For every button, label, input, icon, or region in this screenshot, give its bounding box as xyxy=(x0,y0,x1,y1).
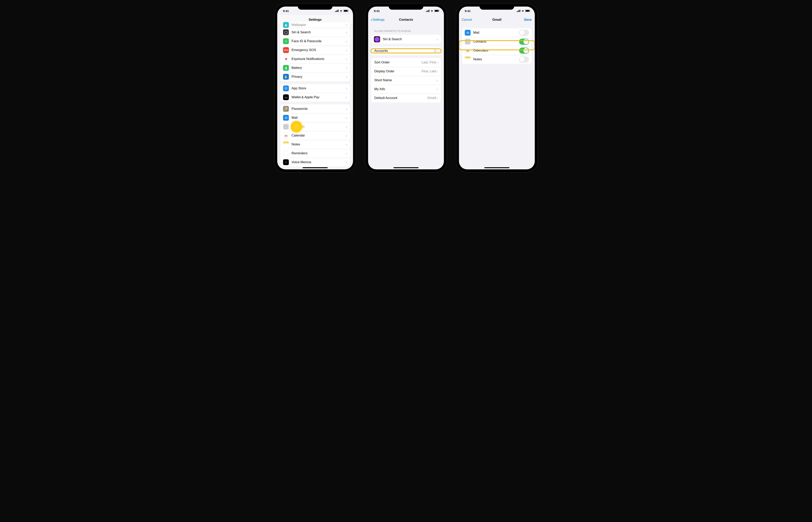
battery-icon xyxy=(525,9,530,13)
svg-rect-19 xyxy=(526,10,529,12)
notch xyxy=(389,4,423,10)
row-label: Short Name xyxy=(374,78,437,82)
notes-icon xyxy=(283,142,289,147)
row-calendars[interactable]: ▃▃▃▂▂▂ Calendars xyxy=(462,46,532,55)
row-value: 1 xyxy=(434,49,436,53)
nav-bar: ‹ Settings Contacts xyxy=(368,15,444,24)
row-appstore[interactable]: Ⓐ App Store › xyxy=(280,84,350,93)
wallet-icon: ▭ xyxy=(283,94,289,100)
voicememos-icon: ≡ xyxy=(283,159,289,165)
chevron-right-icon: › xyxy=(437,49,438,53)
row-label: Wallpaper xyxy=(291,23,346,27)
row-label: Contacts xyxy=(291,125,346,128)
chevron-right-icon: › xyxy=(346,66,347,70)
contacts-settings[interactable]: Allow Contacts to Access Siri & Search ›… xyxy=(368,24,444,169)
mail-icon: ✉ xyxy=(283,115,289,121)
row-exposure[interactable]: ✺ Exposure Notifications › xyxy=(280,55,350,63)
section-header: Allow Contacts to Access xyxy=(368,24,444,34)
toggle-mail[interactable] xyxy=(519,30,529,36)
svg-rect-9 xyxy=(428,10,428,12)
row-sort-order[interactable]: Sort Order Last, First › xyxy=(371,58,441,67)
toggle-calendars[interactable] xyxy=(519,47,529,54)
row-label: Mail xyxy=(291,116,346,120)
services-group: ✉ Mail ◯ Contacts ▃▃▃▂▂▂ Calendars xyxy=(462,28,532,64)
row-notes[interactable]: Notes xyxy=(462,55,532,64)
sos-icon: SOS xyxy=(283,47,289,53)
row-notes[interactable]: Notes › xyxy=(280,140,350,149)
wifi-icon xyxy=(340,9,343,13)
svg-rect-6 xyxy=(348,11,348,11)
row-sos[interactable]: SOS Emergency SOS › xyxy=(280,46,350,55)
row-reminders[interactable]: ⦿ Reminders › xyxy=(280,149,350,158)
chevron-right-icon: › xyxy=(346,107,347,111)
row-wallet[interactable]: ▭ Wallet & Apple Pay › xyxy=(280,93,350,102)
svg-rect-10 xyxy=(429,10,429,12)
row-label: Accounts xyxy=(374,49,434,53)
wifi-icon xyxy=(430,9,433,13)
row-label: Notes xyxy=(473,57,519,61)
row-label: Sort Order xyxy=(374,61,422,64)
row-accounts[interactable]: Accounts 1 › xyxy=(371,46,441,55)
svg-rect-8 xyxy=(427,11,427,12)
wifi-icon xyxy=(521,9,524,13)
row-siri[interactable]: ◯ Siri & Search › xyxy=(280,28,350,37)
row-voicememos[interactable]: ≡ Voice Memos › xyxy=(280,158,350,167)
prefs-group: Sort Order Last, First › Display Order F… xyxy=(371,58,441,102)
back-button[interactable]: ‹ Settings xyxy=(371,18,385,22)
accounts-group: Accounts 1 › xyxy=(371,46,441,55)
gmail-services[interactable]: ✉ Mail ◯ Contacts ▃▃▃▂▂▂ Calendars xyxy=(459,24,535,169)
home-indicator[interactable] xyxy=(393,167,419,168)
calendar-icon: ▃▃▃▂▂▂ xyxy=(283,133,289,138)
toggle-notes[interactable] xyxy=(519,57,529,62)
row-short-name[interactable]: Short Name › xyxy=(371,76,441,85)
row-faceid[interactable]: ☺ Face ID & Passcode › xyxy=(280,37,350,46)
svg-rect-1 xyxy=(336,11,337,12)
svg-rect-17 xyxy=(520,10,520,12)
status-time: 9:41 xyxy=(374,9,380,13)
back-label: Settings xyxy=(372,18,384,22)
row-label: Siri & Search xyxy=(291,31,346,34)
svg-rect-16 xyxy=(519,10,519,12)
settings-list[interactable]: ◉ Wallpaper › ◯ Siri & Search › ☺ Face I… xyxy=(277,22,353,169)
row-display-order[interactable]: Display Order First, Last › xyxy=(371,67,441,76)
row-label: Face ID & Passcode xyxy=(291,39,346,43)
chevron-right-icon: › xyxy=(346,95,347,99)
row-mail[interactable]: ✉ Mail › xyxy=(280,113,350,122)
siri-icon: ◯ xyxy=(283,29,289,35)
row-mail[interactable]: ✉ Mail xyxy=(462,28,532,37)
battery-icon xyxy=(434,9,439,13)
save-button[interactable]: Save xyxy=(524,18,532,22)
settings-group-3: 🔑 Passwords › ✉ Mail › ◯ Contacts › ▃▃▃▂… xyxy=(280,104,350,167)
row-battery[interactable]: ▮ Battery › xyxy=(280,63,350,72)
row-label: App Store xyxy=(291,86,346,90)
row-privacy[interactable]: ✋ Privacy › xyxy=(280,72,350,81)
row-contacts[interactable]: ◯ Contacts › xyxy=(280,122,350,131)
home-indicator[interactable] xyxy=(484,167,509,168)
row-contacts[interactable]: ◯ Contacts xyxy=(462,37,532,46)
notes-icon xyxy=(465,57,471,62)
svg-rect-7 xyxy=(426,11,426,12)
row-value: Last, First xyxy=(422,61,436,64)
calendar-icon: ▃▃▃▂▂▂ xyxy=(465,47,471,53)
row-siri-search[interactable]: Siri & Search › xyxy=(371,35,441,44)
privacy-icon: ✋ xyxy=(283,74,289,80)
key-icon: 🔑 xyxy=(283,106,289,112)
chevron-right-icon: › xyxy=(437,69,438,73)
row-label: Notes xyxy=(291,142,346,146)
chevron-right-icon: › xyxy=(346,57,347,61)
chevron-right-icon: › xyxy=(346,23,347,27)
home-indicator[interactable] xyxy=(303,167,328,168)
row-value: First, Last xyxy=(422,69,436,73)
row-calendar[interactable]: ▃▃▃▂▂▂ Calendar › xyxy=(280,131,350,140)
cancel-button[interactable]: Cancel xyxy=(462,18,472,22)
row-my-info[interactable]: My Info › xyxy=(371,85,441,94)
chevron-right-icon: › xyxy=(346,125,347,128)
row-wallpaper[interactable]: ◉ Wallpaper › xyxy=(280,22,350,28)
toggle-contacts[interactable] xyxy=(519,39,529,45)
row-passwords[interactable]: 🔑 Passwords › xyxy=(280,104,350,113)
svg-rect-13 xyxy=(439,11,439,11)
row-label: Calendar xyxy=(291,134,346,138)
chevron-right-icon: › xyxy=(346,152,347,155)
chevron-right-icon: › xyxy=(437,37,438,41)
row-default-account[interactable]: Default Account Gmail › xyxy=(371,94,441,102)
